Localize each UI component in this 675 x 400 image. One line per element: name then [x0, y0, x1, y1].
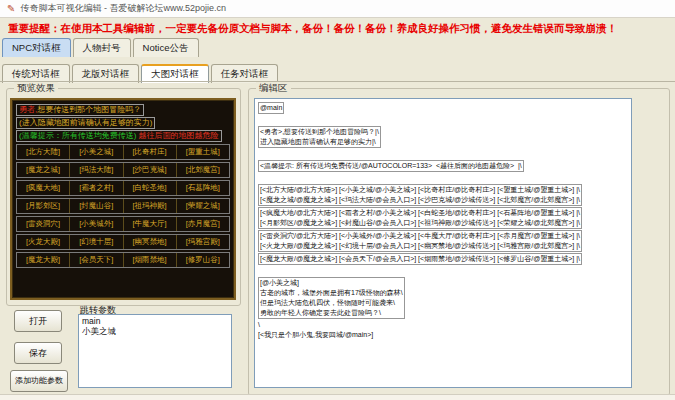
script-editor[interactable]: @main <勇者>,想要传送到那个地图冒险吗？|\ 进入隐藏地图前请确认有足够… — [254, 98, 632, 388]
editor-line: [@小美之城] — [260, 278, 403, 288]
map-link[interactable]: [盟重土城] — [176, 145, 229, 159]
map-link[interactable]: [北方大陆] — [17, 145, 69, 159]
map-link[interactable]: [北郊魔宫] — [176, 163, 229, 177]
map-link-row: [疯魔大地] [霜者之村] [白蛇圣地] [石墓阵地] — [16, 180, 230, 196]
map-link[interactable]: [白蛇圣地] — [123, 181, 176, 195]
map-link-row: [魔龙大殿] [会员天下] [烟雨禁地] [修罗山谷] — [16, 252, 230, 268]
editor-line: <温馨提示: 所有传送均免费传送/@AUTOCOLOR=133> <越往后面的地… — [260, 161, 522, 171]
editor-group-label: 编辑区 — [256, 82, 291, 95]
backup-warning-text: 重要提醒：在使用本工具编辑前，一定要先备份原文档与脚本，备份！备份！备份！养成良… — [8, 22, 670, 36]
preview-tip-red: 越往后面的地图越危险 — [139, 131, 219, 140]
map-link[interactable]: [封魔山谷] — [69, 199, 122, 213]
preview-tip-green: (温馨提示：所有传送均免费传送) — [19, 131, 136, 140]
preview-hero-word: 勇者, — [19, 105, 37, 114]
editor-line: [<魔龙之城/@魔龙之城>] [<玛法大陆/@会员入口>] [<沙巴克城/@沙城… — [260, 195, 580, 205]
editor-line: 进入隐藏地图前请确认有足够的实力|\ — [260, 137, 379, 147]
editor-line: [<月影郊区/@魔龙之城>] [<封魔山谷/@会员入口>] [<祖玛神殿/@沙城… — [260, 218, 580, 228]
map-link[interactable]: [玛雅宫殿] — [176, 235, 229, 249]
map-link[interactable]: [荣耀之城] — [176, 199, 229, 213]
editor-line: 古老的城市，城堡外面是拥有17级怪物的森林\ — [260, 288, 403, 298]
preview-hint-line: (进入隐藏地图前请确认有足够的实力) — [19, 118, 152, 128]
editor-line — [258, 173, 628, 183]
preview-tip-line: (温馨提示：所有传送均免费传送) 越往后面的地图越危险 — [19, 131, 219, 141]
editor-line: [<北方大陆/@北方大陆>] [<小美之城/@小美之城>] [<比奇村庄/@比奇… — [260, 185, 580, 195]
map-link-row: [火龙大殿] [幻境十层] [幽冥禁地] [玛雅宫殿] — [16, 234, 230, 250]
map-link[interactable]: [月影郊区] — [17, 199, 69, 213]
tab-divider — [0, 81, 675, 82]
preview-question-line: 勇者,想要传送到那个地图冒险吗？ — [19, 105, 141, 115]
map-link[interactable]: [烟雨禁地] — [123, 253, 176, 267]
map-link[interactable]: [小美之城] — [69, 145, 122, 159]
map-link[interactable]: [比奇村庄] — [123, 145, 176, 159]
map-link[interactable]: [幽冥禁地] — [123, 235, 176, 249]
preview-question-text: 想要传送到那个地图冒险吗？ — [37, 105, 141, 114]
title-bar: ✎ 传奇脚本可视化编辑 - 吾爱破解论坛www.52pojie.cn — [0, 0, 675, 18]
map-link[interactable]: [幻境十层] — [69, 235, 122, 249]
tab-player-title[interactable]: 人物封号 — [73, 38, 131, 57]
main-tab-bar: NPC对话框 人物封号 Notice公告 — [2, 38, 199, 57]
editor-line: [<疯魔大地/@北方大陆>] [<霜者之村/@小美之城>] [<白蛇圣地/@比奇… — [260, 208, 580, 218]
editor-line — [258, 266, 628, 276]
editor-line — [258, 115, 628, 125]
map-link[interactable]: [魔龙大殿] — [17, 253, 69, 267]
map-link[interactable]: [修罗山谷] — [176, 253, 229, 267]
map-link[interactable]: [疯魔大地] — [17, 181, 69, 195]
window-title: 传奇脚本可视化编辑 - 吾爱破解论坛www.52pojie.cn — [20, 2, 226, 15]
editor-line — [258, 149, 628, 159]
editor-line: [<雷炎洞穴/@北方大陆>] [<小美城外/@小美之城>] [<牛魔大厅/@比奇… — [260, 231, 580, 241]
editor-line: 但是玛法大陆危机四伏，怪物随时可能袭来\ — [260, 298, 403, 308]
editor-line: 勇敢的年轻人你确定要去此处冒险吗？\ — [260, 308, 403, 318]
map-link[interactable]: [牛魔大厅] — [123, 217, 176, 231]
map-link[interactable]: [雷炎洞穴] — [17, 217, 69, 231]
editor-line: <勇者>,想要传送到那个地图冒险吗？|\ — [260, 127, 379, 137]
editor-line: @main — [260, 103, 282, 113]
preview-group-label: 预览效果 — [14, 82, 58, 95]
map-link[interactable]: [火龙大殿] — [17, 235, 69, 249]
add-function-param-button[interactable]: 添加功能参数 — [10, 370, 68, 392]
param-list-item[interactable]: main — [82, 316, 228, 326]
map-link[interactable]: [祖玛神殿] — [123, 199, 176, 213]
editor-line: \ — [258, 320, 628, 330]
map-link[interactable]: [小美城外] — [69, 217, 122, 231]
map-link-row: [雷炎洞穴] [小美城外] [牛魔大厅] [赤月魔宫] — [16, 216, 230, 232]
pencil-icon: ✎ — [7, 4, 15, 14]
param-list-item[interactable]: 小美之城 — [82, 326, 228, 336]
map-link-row: [北方大陆] [小美之城] [比奇村庄] [盟重土城] — [16, 144, 230, 160]
open-button[interactable]: 打开 — [14, 310, 62, 332]
editor-line: [<火龙大殿/@魔龙之城>] [<幻境十层/@会员入口>] [<幽冥禁地/@沙城… — [260, 241, 580, 251]
window-bottom-edge — [0, 394, 675, 400]
map-link[interactable]: [魔龙之城] — [17, 163, 69, 177]
map-link[interactable]: [石墓阵地] — [176, 181, 229, 195]
editor-line: [<魔龙大殿/@魔龙之城>] [<会员天下/@会员入口>] [<烟雨禁地/@沙城… — [260, 254, 580, 264]
map-link[interactable]: [会员天下] — [69, 253, 122, 267]
map-link-row: [魔龙之城] [玛法大陆] [沙巴克城] [北郊魔宫] — [16, 162, 230, 178]
map-link[interactable]: [沙巴克城] — [123, 163, 176, 177]
map-link-row: [月影郊区] [封魔山谷] [祖玛神殿] [荣耀之城] — [16, 198, 230, 214]
tab-notice[interactable]: Notice公告 — [133, 38, 199, 57]
map-link[interactable]: [霜者之村] — [69, 181, 122, 195]
npc-dialog-preview: 勇者,想要传送到那个地图冒险吗？ (进入隐藏地图前请确认有足够的实力) (温馨提… — [10, 98, 236, 300]
editor-line: [<我只是个胆小鬼,我要回城/@main>] — [258, 330, 628, 340]
map-link[interactable]: [赤月魔宫] — [176, 217, 229, 231]
tab-npc-dialog[interactable]: NPC对话框 — [2, 38, 71, 57]
param-listbox[interactable]: main 小美之城 — [78, 314, 232, 388]
save-button[interactable]: 保存 — [14, 342, 62, 364]
map-link[interactable]: [玛法大陆] — [69, 163, 122, 177]
